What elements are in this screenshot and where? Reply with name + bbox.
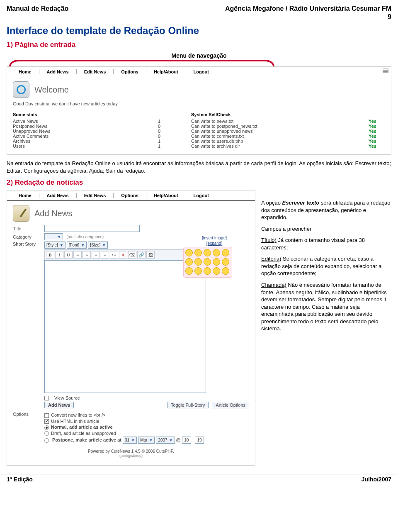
view-source-checkbox[interactable] <box>44 396 49 400</box>
font-color-button[interactable]: A <box>119 251 127 259</box>
image-button[interactable]: 🖼 <box>146 251 155 259</box>
emoji-icon[interactable] <box>185 249 193 256</box>
expand-link[interactable]: [expand] <box>183 241 245 246</box>
emoji-icon[interactable] <box>204 249 211 256</box>
selfcheck-row: Can write to archives dirYes <box>191 144 385 149</box>
use-html-checkbox[interactable] <box>44 419 49 424</box>
font-select[interactable]: [Font]▼ <box>67 242 87 249</box>
greeting-text: Good Day cristma, we don't have new arti… <box>13 101 385 106</box>
style-select[interactable]: [Style]▼ <box>44 242 66 249</box>
status-normal-radio[interactable] <box>44 425 49 430</box>
nav-logout[interactable]: Logout <box>186 193 216 198</box>
list-bullet-button[interactable]: •≡ <box>110 251 118 259</box>
shortstory-textarea[interactable] <box>44 260 206 393</box>
emoji-icon[interactable] <box>213 258 220 266</box>
stat-row: Users1 <box>13 144 175 149</box>
options-label: Options <box>13 412 41 417</box>
postpone-hour-input[interactable]: 10 <box>182 437 191 444</box>
postpone-year-select[interactable]: 2007▼ <box>156 437 175 444</box>
nav-menu: Home Add News Edit News Options Help/Abo… <box>7 67 391 77</box>
side-heading-fields: Campos a preencher <box>261 225 391 233</box>
chevron-down-icon: ▼ <box>60 243 63 247</box>
toggle-fullstory-button[interactable]: Toggle Full-Story <box>167 402 209 408</box>
nav-edit-news[interactable]: Edit News <box>77 69 114 74</box>
align-right-button[interactable]: ≡ <box>92 251 100 259</box>
title-input[interactable] <box>44 225 140 232</box>
emoji-icon[interactable] <box>204 267 211 275</box>
chevron-down-icon: ▼ <box>149 438 153 442</box>
doc-footer: 1ª Edição Julho/2007 <box>0 474 398 487</box>
chevron-down-icon: ▼ <box>102 243 106 247</box>
emoji-icon[interactable] <box>222 267 229 275</box>
emoji-icon[interactable] <box>204 258 211 266</box>
addnews-screenshot: Home Add News Edit News Options Help/Abo… <box>7 190 255 466</box>
page-content: Manual de Redação Agência Megafone / Rád… <box>0 0 398 474</box>
stat-row: Unapproved News0 <box>13 129 175 134</box>
chevron-down-icon: ▼ <box>131 438 135 442</box>
nav-caption: Menu de navegação <box>7 52 391 59</box>
postpone-min-input[interactable]: 19 <box>195 437 204 444</box>
emoji-icon[interactable] <box>194 249 202 256</box>
status-draft-radio[interactable] <box>44 431 49 436</box>
nav-logout[interactable]: Logout <box>186 69 216 74</box>
nav-home[interactable]: Home <box>11 69 39 74</box>
category-hint: (multiple categories) <box>66 234 104 239</box>
doc-header: Manual de Redação Agência Megafone / Rád… <box>7 5 391 12</box>
postpone-day-select[interactable]: 31▼ <box>123 437 137 444</box>
header-right: Agência Megafone / Rádio Universitária C… <box>225 5 391 12</box>
editor-toolbar: B I U ≡ ≡ ≡ ≡ •≡ A ⌫ 🔗 🖼 <box>44 249 206 260</box>
emoji-icon[interactable] <box>185 258 193 266</box>
article-options-button[interactable]: Article Options <box>212 402 249 408</box>
nav-edit-news[interactable]: Edit News <box>77 193 114 198</box>
emoji-icon[interactable] <box>213 267 220 275</box>
nav-menu-2: Home Add News Edit News Options Help/Abo… <box>7 190 255 201</box>
category-label: Category <box>13 234 41 239</box>
underline-button[interactable]: U <box>64 251 73 259</box>
align-left-button[interactable]: ≡ <box>73 251 82 259</box>
view-source-label: View Source <box>54 395 80 400</box>
emoji-icon[interactable] <box>213 249 220 256</box>
convert-br-checkbox[interactable] <box>44 413 49 418</box>
selfcheck-row: Can write to comments.txtYes <box>191 134 385 139</box>
emoji-icon[interactable] <box>194 267 202 275</box>
nav-add-news[interactable]: Add News <box>39 69 77 74</box>
emoji-icon[interactable] <box>194 258 202 266</box>
add-news-button[interactable]: Add News <box>44 402 74 408</box>
nav-help[interactable]: Help/About <box>146 193 186 198</box>
emoji-icon[interactable] <box>222 249 229 256</box>
side-paragraph: A opção Escrever texto será utilizada pa… <box>261 199 391 221</box>
shortstory-label: Short Story <box>13 242 41 246</box>
section1-heading: 1) Página de entrada <box>7 41 391 49</box>
align-justify-button[interactable]: ≡ <box>101 251 109 259</box>
welcome-screenshot: Home Add News Edit News Options Help/Abo… <box>7 66 391 155</box>
side-paragraph: Chamada) Não é necessário formatar taman… <box>261 281 391 332</box>
nav-options[interactable]: Options <box>114 193 146 198</box>
selfcheck-row: Can write to news.txtYes <box>191 119 385 124</box>
category-select[interactable]: ▼ <box>44 233 63 240</box>
nav-home[interactable]: Home <box>11 193 39 198</box>
selfcheck-row: Can write to users.db.phpYes <box>191 139 385 144</box>
bold-button[interactable]: B <box>46 251 54 259</box>
chevron-down-icon: ▼ <box>81 243 85 247</box>
side-paragraph: Editoria) Selecionar a categoria correta… <box>261 255 391 277</box>
postpone-month-select[interactable]: Mar▼ <box>138 437 155 444</box>
emoji-icon[interactable] <box>185 267 193 275</box>
emoji-icon[interactable] <box>222 258 229 266</box>
collapse-icon[interactable] <box>383 68 388 73</box>
page-number: 9 <box>7 13 391 21</box>
welcome-title: Welcome <box>34 85 69 95</box>
nav-options[interactable]: Options <box>114 69 146 74</box>
status-postpone-radio[interactable] <box>44 438 49 443</box>
title-label: Title <box>13 226 41 231</box>
chevron-down-icon: ▼ <box>57 235 61 239</box>
italic-button[interactable]: I <box>55 251 63 259</box>
nav-add-news[interactable]: Add News <box>39 193 77 198</box>
insert-image-link[interactable]: [insert image] <box>183 235 245 241</box>
remove-format-button[interactable]: ⌫ <box>128 251 136 259</box>
stat-row: Active News1 <box>13 119 175 124</box>
size-select[interactable]: [Size]▼ <box>88 242 108 249</box>
link-button[interactable]: 🔗 <box>137 251 146 259</box>
align-center-button[interactable]: ≡ <box>83 251 91 259</box>
nav-help[interactable]: Help/About <box>146 69 186 74</box>
section2-sidetext: A opção Escrever texto será utilizada pa… <box>261 190 391 337</box>
